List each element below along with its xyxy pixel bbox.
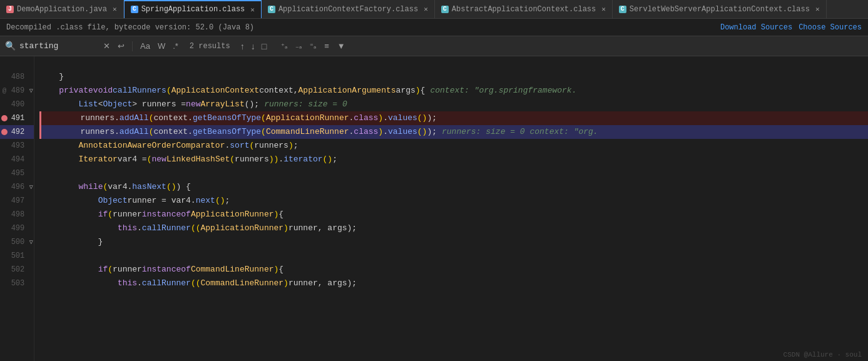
tab-servlet-close[interactable]: ✕	[815, 5, 820, 13]
code-498-e: runner	[113, 208, 142, 221]
code-496-d: var4.	[108, 180, 132, 194]
tab-abstract[interactable]: C AbstractApplicationContext.class ✕	[435, 0, 613, 19]
rect-button[interactable]: □	[259, 40, 269, 53]
code-492-h: .	[349, 125, 354, 139]
code-502-d: (	[108, 263, 113, 277]
code-497-f: ;	[225, 194, 230, 208]
tab-spring-label: SpringApplication.class	[141, 5, 245, 14]
code-line-492: runners.addAll(context.getBeansOfType(Co…	[39, 125, 868, 139]
code-492-d: context.	[153, 125, 192, 139]
fold-496: ▽	[28, 183, 34, 191]
word-button[interactable]: W	[155, 40, 168, 52]
code-491-a: runners.	[41, 111, 120, 125]
code-499-a	[39, 221, 118, 235]
code-497-d: next	[196, 194, 215, 208]
tab-spring-close[interactable]: ✕	[250, 6, 255, 14]
tab-servlet[interactable]: C ServletWebServerApplicationContext.cla…	[613, 0, 827, 19]
regex-button[interactable]: .*	[170, 40, 181, 52]
fold-500: ▽	[28, 238, 34, 246]
line-gutter: 488 @ 489 ▽ 490 491 492 493	[0, 56, 34, 361]
filter-btn-2[interactable]: ₋ₐ	[292, 41, 305, 51]
code-490-d: Object	[103, 98, 132, 111]
linenum-488: 488	[9, 73, 28, 81]
code-503-d: callRunner	[142, 277, 191, 290]
code-492-k: .	[383, 125, 388, 139]
code-490-debug: runners: size = 0	[264, 98, 347, 111]
search-controls: ✕ ↩ Aa W .*	[101, 40, 181, 52]
code-489-l: )	[416, 84, 421, 98]
filter-settings-button[interactable]: ≡	[321, 40, 332, 52]
gutter-row-488: 488	[0, 70, 34, 84]
tab-abstract-close[interactable]: ✕	[601, 5, 606, 13]
code-498-f: instanceof	[142, 208, 191, 221]
gutter-row-491: 491	[0, 111, 34, 125]
filter-btn-1[interactable]: ⁺ₐ	[278, 41, 290, 51]
code-494-g: LinkedHashSet	[166, 153, 230, 166]
case-sensitive-button[interactable]: Aa	[138, 40, 153, 52]
code-line-488: }	[39, 70, 868, 84]
linenum-502: 502	[9, 265, 28, 274]
code-491-h: .	[349, 111, 354, 125]
filter-funnel-button[interactable]: ▼	[334, 40, 349, 52]
code-490-b: List	[78, 98, 98, 111]
linenum-489: 489	[9, 86, 28, 95]
gutter-row-492: 492	[0, 125, 34, 139]
clear-search-button[interactable]: ✕	[101, 40, 113, 52]
code-494-a	[39, 153, 78, 166]
gutter-row-501: 501	[0, 249, 34, 263]
code-497-b: Object	[98, 194, 128, 208]
download-sources-link[interactable]: Download Sources	[720, 23, 792, 32]
code-492-c: (	[149, 125, 154, 139]
search-input[interactable]	[19, 41, 94, 51]
code-489-h: ApplicationContext	[171, 84, 259, 98]
gutter-row-500: 500 ▽	[0, 235, 34, 249]
code-line-503: this.callRunner((CommandLineRunner)runne…	[39, 277, 868, 290]
history-button[interactable]: ↩	[115, 40, 127, 52]
prev-result-button[interactable]: ↑	[238, 40, 247, 53]
choose-sources-link[interactable]: Choose Sources	[799, 23, 862, 32]
code-503-f: CommandLineRunner	[200, 277, 283, 290]
code-489-debug: context: "org.springframework.	[430, 84, 576, 98]
abstract-icon: C	[441, 6, 449, 13]
code-496-b: while	[78, 180, 103, 194]
tab-servlet-label: ServletWebServerApplicationContext.class	[630, 5, 810, 14]
code-499-c: .	[137, 221, 142, 235]
factory-icon: C	[268, 6, 275, 13]
nav-buttons: ↑ ↓ □	[238, 40, 269, 53]
code-502-b: if	[98, 263, 108, 277]
gutter-row-489: @ 489 ▽	[0, 84, 34, 98]
code-499-b: this	[118, 221, 137, 235]
code-490-e: > runners =	[132, 98, 186, 111]
code-489-m: {	[421, 84, 426, 98]
code-line-497: Object runner = var4.next();	[39, 194, 868, 208]
tab-demo[interactable]: J DemoApplication.java ✕	[0, 0, 124, 19]
tab-factory[interactable]: C ApplicationContextFactory.class ✕	[262, 0, 435, 19]
linenum-497: 497	[9, 196, 28, 205]
linenum-500: 500	[9, 238, 28, 247]
code-492-n: );	[427, 125, 437, 139]
code-line-494: Iterator var4 = (new LinkedHashSet(runne…	[39, 153, 868, 166]
linenum-492: 492	[9, 128, 28, 136]
code-503-g: )	[283, 277, 288, 290]
tab-bar: J DemoApplication.java ✕ C SpringApplica…	[0, 0, 868, 19]
info-actions: Download Sources Choose Sources	[720, 23, 862, 32]
marker-492	[0, 129, 9, 135]
code-491-j: )	[378, 111, 383, 125]
code-502-h: CommandLineRunner	[191, 263, 274, 277]
code-491-c: (	[149, 111, 154, 125]
decompile-info: Decompiled .class file, bytecode version…	[6, 23, 254, 32]
code-492-i: class	[354, 125, 378, 139]
filter-btn-3[interactable]: ⁼ₐ	[307, 41, 319, 51]
next-result-button[interactable]: ↓	[248, 40, 258, 53]
code-492-m: ()	[417, 125, 427, 139]
code-content: } private void callRunners(ApplicationCo…	[34, 56, 868, 361]
tab-spring[interactable]: C SpringApplication.class ✕	[124, 0, 262, 19]
code-493-g: )	[288, 139, 294, 153]
code-492-e: getBeansOfType	[193, 125, 261, 139]
tab-demo-close[interactable]: ✕	[113, 5, 117, 13]
code-491-f: (	[261, 111, 266, 125]
code-493-d: sort	[230, 139, 249, 153]
code-line-495	[39, 166, 868, 180]
code-498-j: {	[278, 208, 283, 221]
tab-factory-close[interactable]: ✕	[424, 5, 428, 13]
